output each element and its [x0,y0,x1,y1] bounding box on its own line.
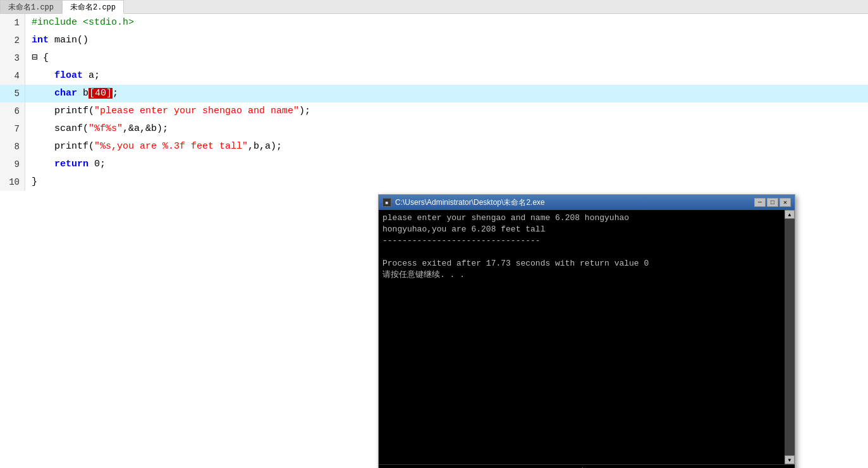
console-body-area: please enter your shengao and name 6.208… [379,210,795,464]
line-num-9: 9 [0,156,25,173]
scroll-up-button[interactable]: ▲ [785,210,795,219]
code-token: "please enter your shengao and name" [94,106,299,116]
console-app-icon: ■ [382,198,391,207]
console-line-4 [382,247,781,258]
code-token: printf( [32,106,94,116]
code-token: "%s,you are %.3f feet tall" [94,141,248,152]
console-title-left: ■ C:\Users\Administrator\Desktop\未命名2.ex… [382,197,545,208]
code-token: int [32,35,49,46]
console-scrollbar[interactable]: ▲ ▼ [785,210,795,464]
code-token: ⊟ { [32,52,49,63]
code-content-10: } [25,173,37,191]
tab-file2-label: 未命名2.cpp [70,2,116,13]
console-maximize-button[interactable]: □ [767,198,778,207]
code-content-5: char b[40]; [25,85,118,102]
editor-area: 1 #include <stdio.h> 2 int main() 3 ⊟ { … [0,14,868,468]
line-num-1: 1 [0,14,25,32]
code-token: char [54,88,77,99]
code-line-10: 10 } [0,173,868,191]
console-minimize-button[interactable]: ─ [754,198,766,207]
code-token: ; [113,88,118,99]
code-line-3: 3 ⊟ { [0,49,868,67]
console-window-buttons: ─ □ ✕ [754,198,791,207]
code-content-7: scanf("%f%s",&a,&b); [25,120,168,138]
code-content-9: return 0; [25,156,106,173]
code-token: scanf( [32,123,89,134]
code-token: #include <stdio.h> [32,17,134,28]
console-line-6: 请按任意键继续. . . [382,269,781,281]
console-footer-text: 半： [578,466,595,469]
console-line-3: -------------------------------- [382,235,781,247]
code-line-1: 1 #include <stdio.h> [0,14,868,32]
code-token: float [54,70,83,81]
code-line-4: 4 float a; [0,67,868,85]
code-line-5: 5 char b[40]; [0,85,868,102]
console-body: please enter your shengao and name 6.208… [379,210,785,464]
code-content-1: #include <stdio.h> [25,14,134,32]
code-token: return [54,159,89,169]
tab-bar: 未命名1.cpp 未命名2.cpp [0,0,868,14]
line-num-6: 6 [0,102,25,120]
line-num-4: 4 [0,67,25,85]
code-token [32,88,54,99]
code-token: printf( [32,141,94,152]
console-titlebar: ■ C:\Users\Administrator\Desktop\未命名2.ex… [379,195,795,210]
code-token: 0; [89,159,106,169]
tab-file1-label: 未命名1.cpp [8,2,54,13]
tab-file1[interactable]: 未命名1.cpp [0,0,62,13]
code-token: ,&a,&b); [123,123,168,134]
code-token: ,b,a); [248,141,282,152]
code-token: main() [49,35,89,46]
code-token: } [32,176,37,187]
code-line-7: 7 scanf("%f%s",&a,&b); [0,120,868,138]
line-num-2: 2 [0,32,25,49]
code-token: "%f%s" [89,123,123,134]
code-cursor-highlight: [40] [89,88,113,99]
scroll-track [785,219,795,455]
code-line-9: 9 return 0; [0,156,868,173]
line-num-3: 3 [0,49,25,67]
console-close-button[interactable]: ✕ [779,198,791,207]
code-token [32,70,54,81]
console-line-2: hongyuhao,you are 6.208 feet tall [382,224,781,235]
code-content-2: int main() [25,32,89,49]
line-num-8: 8 [0,138,25,156]
code-token: a; [83,70,100,81]
code-content-4: float a; [25,67,100,85]
console-title-text: C:\Users\Administrator\Desktop\未命名2.exe [395,197,545,208]
code-area: 1 #include <stdio.h> 2 int main() 3 ⊟ { … [0,14,868,191]
code-token: b [77,88,89,99]
code-content-8: printf("%s,you are %.3f feet tall",b,a); [25,138,282,156]
console-window: ■ C:\Users\Administrator\Desktop\未命名2.ex… [378,194,795,468]
code-line-2: 2 int main() [0,32,868,49]
scroll-down-button[interactable]: ▼ [785,455,795,464]
console-line-5: Process exited after 17.73 seconds with … [382,258,781,269]
tab-file2[interactable]: 未命名2.cpp [62,0,124,14]
code-content-3: ⊟ { [25,49,49,67]
console-footer: 半： [379,464,795,468]
code-line-8: 8 printf("%s,you are %.3f feet tall",b,a… [0,138,868,156]
code-token [32,159,54,169]
console-line-1: please enter your shengao and name 6.208… [382,212,781,224]
code-line-6: 6 printf("please enter your shengao and … [0,102,868,120]
line-num-5: 5 [0,85,25,102]
line-num-7: 7 [0,120,25,138]
code-token: ); [299,106,310,116]
code-content-6: printf("please enter your shengao and na… [25,102,310,120]
line-num-10: 10 [0,173,25,191]
